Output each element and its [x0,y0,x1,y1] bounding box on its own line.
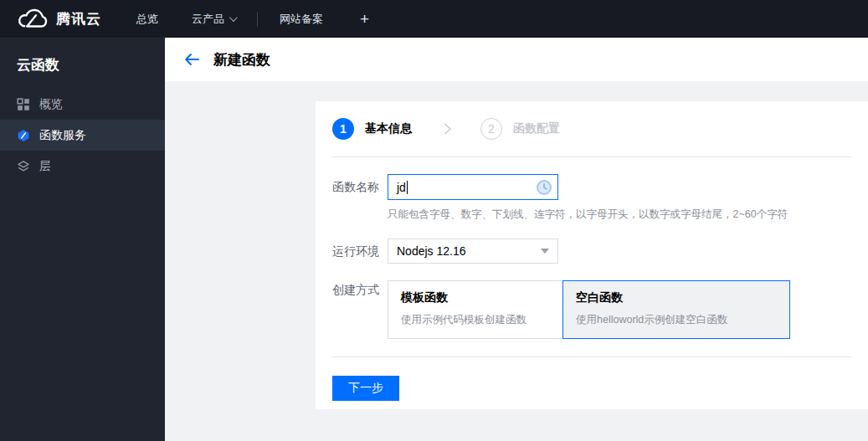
text-cursor [407,181,408,194]
runtime-select[interactable]: Nodejs 12.16 [388,238,558,264]
sidebar-item-label: 概览 [39,97,63,112]
scf-hexagon-icon [17,129,30,142]
wizard-steps: 1 基本信息 2 函数配置 [332,118,851,157]
nav-item-icp[interactable]: 网站备案 [263,12,340,27]
function-name-label: 函数名称 [332,174,388,222]
page-header: 新建函数 [165,38,868,81]
sidebar-item-layers[interactable]: 层 [0,151,165,182]
nav-divider [257,12,258,27]
sidebar-item-label: 层 [39,159,51,174]
creation-method-label: 创建方式 [332,280,388,339]
create-function-card: 1 基本信息 2 函数配置 函数 [316,101,868,409]
tencent-cloud-logo-icon [15,8,49,30]
grid-icon [17,98,30,111]
clock-icon [536,179,552,196]
function-name-row: 函数名称 jd 只能包含字母、数字、下划线、连字符，以字母开头，以数字或字母 [332,174,851,222]
divider [332,356,851,357]
step-2-label: 函数配置 [513,121,560,136]
content-area: 1 基本信息 2 函数配置 函数 [165,81,868,441]
function-name-input[interactable]: jd [388,174,558,200]
sidebar-item-function-service[interactable]: 函数服务 [0,120,165,151]
chevron-down-icon [229,13,238,22]
sidebar-item-label: 函数服务 [39,128,86,143]
tencent-cloud-console: 腾讯云 总览 云产品 网站备案 + 云函数 概览 [0,0,868,441]
layers-icon [17,160,30,173]
back-arrow-button[interactable] [183,51,200,68]
function-name-value: jd [397,181,406,194]
runtime-selected-value: Nodejs 12.16 [397,244,466,258]
method-card-title: 模板函数 [401,290,550,305]
select-caret-icon [541,249,549,254]
nav-item-overview[interactable]: 总览 [120,12,175,27]
nav-item-products-label: 云产品 [192,12,224,27]
step-2-circle: 2 [480,118,502,140]
method-card-desc: 使用示例代码模板创建函数 [401,313,550,327]
step-1-circle: 1 [332,118,354,140]
method-card-title: 空白函数 [576,290,777,305]
add-tab-button[interactable]: + [340,10,389,28]
nav-item-products[interactable]: 云产品 [175,12,252,27]
topnav-menu: 总览 云产品 网站备案 + [120,10,389,28]
main-area: 新建函数 1 基本信息 2 [165,38,868,441]
step-chevron-icon [444,123,452,135]
top-nav: 腾讯云 总览 云产品 网站备案 + [0,0,868,38]
brand[interactable]: 腾讯云 [15,8,101,30]
brand-name: 腾讯云 [56,9,101,28]
runtime-label: 运行环境 [332,238,388,264]
next-step-button[interactable]: 下一步 [332,376,399,401]
arrow-left-icon [183,51,200,68]
step-1-label: 基本信息 [365,121,412,136]
runtime-row: 运行环境 Nodejs 12.16 [332,238,851,264]
method-card-template-function[interactable]: 模板函数 使用示例代码模板创建函数 [388,280,563,339]
function-name-help: 只能包含字母、数字、下划线、连字符，以字母开头，以数字或字母结尾，2~60个字符 [388,208,788,222]
sidebar: 云函数 概览 函数服务 [0,38,165,441]
page-title: 新建函数 [213,50,270,69]
method-card-blank-function[interactable]: 空白函数 使用helloworld示例创建空白函数 [562,280,790,339]
sidebar-title: 云函数 [0,38,165,89]
sidebar-item-overview[interactable]: 概览 [0,89,165,120]
method-card-desc: 使用helloworld示例创建空白函数 [576,313,777,327]
creation-method-row: 创建方式 模板函数 使用示例代码模板创建函数 空白函数 使用helloworld… [332,280,851,339]
